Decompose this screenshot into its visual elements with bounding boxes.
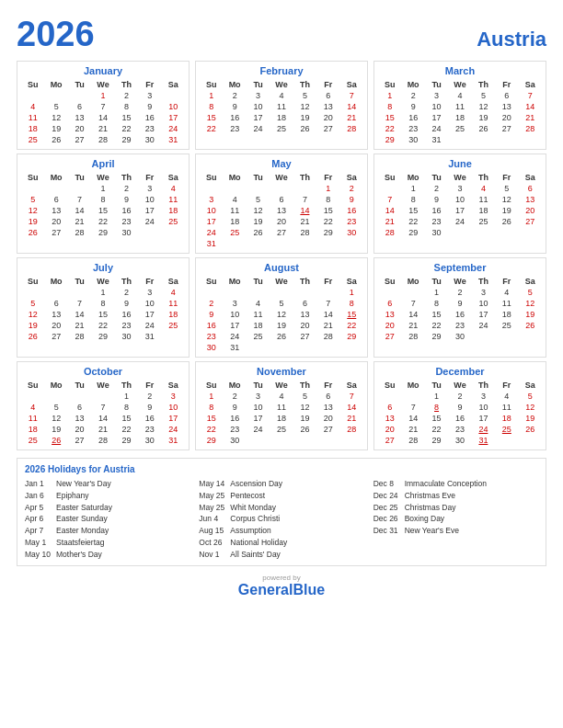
calendar-day: 27	[293, 331, 316, 342]
calendar-day: 11	[270, 101, 293, 112]
calendar-day: 1	[115, 391, 138, 402]
holiday-item: Apr 7Easter Monday	[25, 525, 190, 537]
holiday-date: Jan 6	[25, 490, 52, 502]
header: 2026 Austria	[17, 17, 546, 51]
weekday-header: Sa	[340, 380, 363, 391]
holiday-date: Aug 15	[199, 525, 226, 537]
holiday-name: Easter Saturday	[56, 502, 112, 514]
holiday-name: Whit Monday	[230, 502, 276, 514]
calendar-day	[378, 287, 401, 298]
month-title: September	[378, 262, 542, 273]
calendar-day: 3	[138, 90, 161, 101]
calendar-day: 21	[68, 216, 91, 227]
weekday-header: Fr	[138, 172, 161, 183]
holiday-date: May 25	[199, 490, 226, 502]
weekday-header: Su	[200, 172, 223, 183]
calendar-day: 30	[448, 331, 471, 342]
holiday-item: Dec 8Immaculate Conception	[373, 478, 538, 490]
weekday-header: Mo	[401, 172, 424, 183]
calendar-day: 16	[223, 112, 246, 123]
calendar-day: 30	[115, 227, 138, 238]
holiday-item: May 1Staatsfeiertag	[25, 537, 190, 549]
holiday-name: Christmas Eve	[405, 490, 455, 502]
calendar-day: 26	[21, 331, 44, 342]
weekday-header: Tu	[68, 276, 91, 287]
calendar-day: 2	[115, 287, 138, 298]
calendar-day: 15	[401, 205, 424, 216]
calendar-day: 6	[44, 298, 67, 309]
calendar-day: 25	[472, 216, 495, 227]
calendar-day: 13	[44, 205, 67, 216]
calendar-day: 29	[200, 435, 223, 446]
powered-by-label: powered by	[262, 574, 300, 582]
calendar-table: SuMoTuWeThFrSa12345678910111213141516171…	[21, 79, 185, 145]
calendar-day: 28	[68, 331, 91, 342]
calendar-day	[448, 227, 471, 238]
holiday-column: May 14Ascension DayMay 25PentecostMay 25…	[199, 478, 363, 560]
weekday-header: Su	[21, 79, 44, 90]
calendar-day: 23	[138, 123, 161, 134]
weekday-header: Su	[21, 380, 44, 391]
holiday-item: Dec 25Christmas Day	[373, 502, 538, 514]
calendar-day: 20	[519, 205, 542, 216]
calendar-day: 3	[138, 287, 161, 298]
calendar-day: 23	[138, 424, 161, 435]
holiday-date: Jan 1	[25, 478, 52, 490]
weekday-header: Mo	[401, 276, 424, 287]
month-title: June	[378, 158, 542, 169]
calendar-day: 3	[223, 298, 246, 309]
calendar-day	[44, 183, 67, 194]
calendar-day: 12	[44, 112, 67, 123]
calendar-day: 28	[401, 331, 424, 342]
calendar-day: 16	[115, 205, 138, 216]
holidays-grid: Jan 1New Year's DayJan 6EpiphanyApr 5Eas…	[25, 478, 538, 560]
calendar-day	[21, 90, 44, 101]
month-block: FebruarySuMoTuWeThFrSa123456789101112131…	[195, 61, 368, 150]
month-block: JanuarySuMoTuWeThFrSa1234567891011121314…	[17, 61, 190, 150]
calendar-day: 30	[401, 134, 424, 145]
calendar-day: 14	[340, 402, 363, 413]
calendar-day: 30	[138, 134, 161, 145]
calendar-day	[378, 391, 401, 402]
calendar-day: 4	[270, 90, 293, 101]
calendar-day: 3	[247, 90, 270, 101]
weekday-header: Su	[21, 276, 44, 287]
calendar-day: 28	[91, 435, 114, 446]
calendar-day: 21	[68, 320, 91, 331]
calendar-day: 20	[316, 112, 339, 123]
calendar-day: 4	[162, 287, 185, 298]
calendar-day: 1	[316, 183, 339, 194]
calendar-day: 30	[448, 435, 471, 446]
calendar-day	[472, 134, 495, 145]
calendar-day: 16	[223, 413, 246, 424]
calendar-day: 31	[425, 134, 448, 145]
month-title: January	[21, 65, 185, 76]
holiday-item: Oct 26National Holiday	[199, 537, 363, 549]
month-block: JulySuMoTuWeThFrSa1234567891011121314151…	[17, 257, 190, 358]
calendar-day: 6	[68, 101, 91, 112]
calendar-day: 21	[91, 123, 114, 134]
calendar-day: 18	[270, 413, 293, 424]
calendar-day: 26	[495, 216, 518, 227]
calendar-day: 7	[340, 391, 363, 402]
calendar-day: 26	[247, 227, 270, 238]
calendar-day: 21	[401, 320, 424, 331]
calendar-table: SuMoTuWeThFrSa12345678910111213141516171…	[200, 172, 363, 249]
calendar-day: 19	[44, 123, 67, 134]
calendar-day: 15	[340, 309, 363, 320]
calendar-day: 8	[200, 402, 223, 413]
calendar-day: 23	[448, 320, 471, 331]
calendar-day: 22	[200, 123, 223, 134]
calendar-day: 10	[472, 402, 495, 413]
calendar-day: 20	[316, 413, 339, 424]
calendars-grid: JanuarySuMoTuWeThFrSa1234567891011121314…	[17, 61, 546, 450]
calendar-day: 26	[44, 435, 67, 446]
calendar-day: 6	[316, 391, 339, 402]
weekday-header: Tu	[247, 380, 270, 391]
calendar-day: 18	[495, 309, 518, 320]
calendar-day: 13	[68, 112, 91, 123]
calendar-day: 8	[115, 402, 138, 413]
calendar-day: 14	[91, 413, 114, 424]
weekday-header: Mo	[223, 172, 246, 183]
calendar-day: 27	[519, 216, 542, 227]
